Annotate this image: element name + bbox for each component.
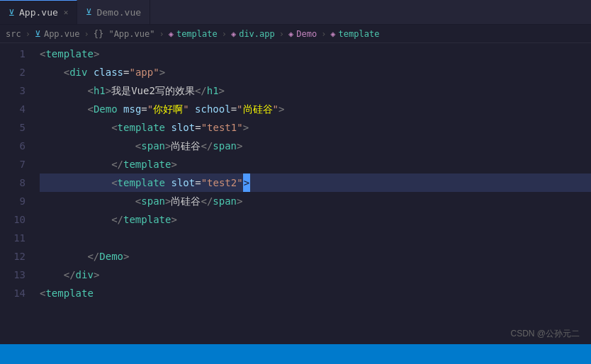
tab-close-app[interactable]: ✕ xyxy=(64,8,69,17)
vue-icon-app: ⊻ xyxy=(9,8,15,18)
editor: 1 2 3 4 5 6 7 8 9 10 11 12 13 14 <templa… xyxy=(0,43,591,344)
breadcrumb-template-icon2: ◈ xyxy=(330,29,335,39)
code-line-12: </Demo> xyxy=(40,247,591,266)
breadcrumb-divapp-icon: ◈ xyxy=(231,29,236,39)
tab-label-demo: Demo.vue xyxy=(96,7,141,18)
tab-demo-vue[interactable]: ⊻ Demo.vue xyxy=(77,0,150,24)
code-line-14: <template xyxy=(40,284,591,302)
code-line-7: </template> xyxy=(40,155,591,174)
breadcrumb-template2: template xyxy=(339,29,380,39)
breadcrumb-demo: Demo xyxy=(296,29,317,39)
tab-bar: ⊻ App.vue ✕ ⊻ Demo.vue xyxy=(0,0,591,25)
breadcrumb-vue-icon: ⊻ xyxy=(35,29,41,39)
code-line-5: <template slot="test1"> xyxy=(40,118,591,137)
tab-label-app: App.vue xyxy=(19,7,58,18)
breadcrumb: src › ⊻ App.vue › {} "App.vue" › ◈ templ… xyxy=(0,25,591,43)
code-line-1: <template> xyxy=(40,45,591,63)
breadcrumb-demo-icon: ◈ xyxy=(288,29,293,39)
breadcrumb-template1: template xyxy=(176,29,218,39)
breadcrumb-template-icon1: ◈ xyxy=(169,29,174,39)
tab-app-vue[interactable]: ⊻ App.vue ✕ xyxy=(0,0,77,24)
status-bar xyxy=(0,344,591,364)
code-line-9: <span>尚硅谷</span> xyxy=(40,192,591,210)
breadcrumb-src: src xyxy=(6,29,21,39)
breadcrumb-divapp: div.app xyxy=(239,29,275,39)
code-line-4: <Demo msg="你好啊" school="尚硅谷"> xyxy=(40,100,591,118)
breadcrumb-obj: {} "App.vue" xyxy=(94,29,155,39)
vue-icon-demo: ⊻ xyxy=(86,7,92,17)
code-area[interactable]: <template> <div class="app"> <h1>我是Vue2写… xyxy=(34,43,591,344)
code-line-8: <template slot="test2"> xyxy=(40,174,591,192)
code-line-10: </template> xyxy=(40,210,591,229)
breadcrumb-app-vue: App.vue xyxy=(44,29,80,39)
code-line-13: </div> xyxy=(40,266,591,284)
code-line-6: <span>尚硅谷</span> xyxy=(40,137,591,155)
code-line-11 xyxy=(40,229,591,247)
watermark: CSDN @公孙元二 xyxy=(510,328,580,340)
code-line-2: <div class="app"> xyxy=(40,63,591,81)
code-line-3: <h1>我是Vue2写的效果</h1> xyxy=(40,81,591,100)
line-numbers: 1 2 3 4 5 6 7 8 9 10 11 12 13 14 xyxy=(0,43,34,344)
